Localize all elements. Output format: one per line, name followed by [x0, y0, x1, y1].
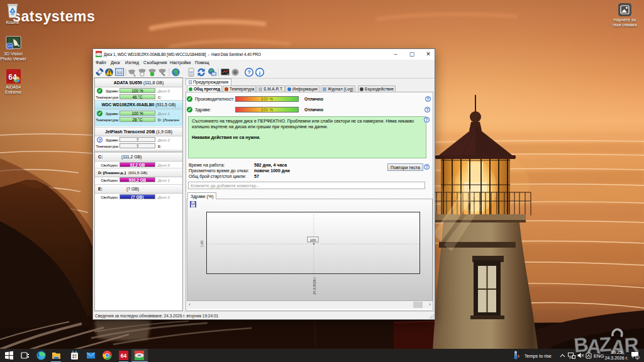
svg-text:100: 100 — [309, 238, 316, 242]
svg-text:1: 1 — [636, 356, 638, 359]
svg-text:?: ? — [247, 69, 250, 75]
svg-text:1.00: 1.00 — [200, 241, 204, 248]
svg-text:24.3.2026 г.: 24.3.2026 г. — [313, 277, 316, 295]
